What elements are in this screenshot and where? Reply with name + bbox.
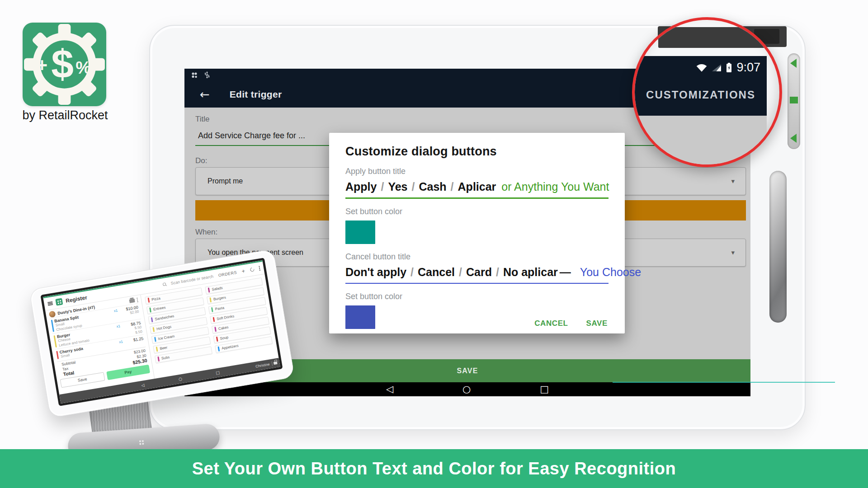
svg-text:$: $ bbox=[51, 41, 74, 86]
apply-option: Cash bbox=[419, 180, 446, 193]
print-icon[interactable] bbox=[129, 299, 135, 303]
decorative-teal-line bbox=[613, 382, 835, 383]
sync-icon[interactable] bbox=[249, 267, 255, 272]
groove-arrow-icon bbox=[790, 134, 797, 143]
byline: by RetailRocket bbox=[13, 108, 118, 122]
add-item-button[interactable]: + bbox=[241, 268, 245, 273]
pos-nav-recents[interactable]: □ bbox=[216, 370, 220, 375]
category-label: Entrees bbox=[153, 305, 166, 311]
category-label: Burgers bbox=[213, 296, 226, 302]
overflow-menu-icon[interactable] bbox=[259, 267, 260, 269]
cancel-option: Cancel bbox=[418, 266, 455, 278]
category-label: Soup bbox=[220, 335, 229, 341]
category-color bbox=[156, 347, 158, 352]
category-color bbox=[213, 317, 215, 322]
caption-text: Set Your Own Button Text and Color for E… bbox=[192, 459, 676, 479]
cancel-title-input[interactable]: Don't apply/Cancel/Card/No aplicar—You C… bbox=[345, 266, 609, 279]
category-color bbox=[152, 327, 155, 332]
title-field-label: Title bbox=[195, 115, 210, 124]
apply-option: Yes bbox=[388, 180, 407, 193]
divider bbox=[272, 361, 273, 366]
apply-hint: or Anything You Want bbox=[501, 180, 609, 193]
magnified-status-icons: 9:07 bbox=[696, 61, 760, 75]
usb-status-icon bbox=[203, 71, 211, 79]
category-color bbox=[209, 297, 212, 302]
category-color bbox=[214, 327, 217, 332]
cancel-hint: You Choose bbox=[580, 266, 641, 278]
category-color bbox=[216, 337, 218, 342]
category-color bbox=[157, 357, 160, 361]
dialog-title: Customize dialog buttons bbox=[345, 145, 609, 159]
tablet-swivel-groove bbox=[788, 53, 800, 149]
mod-price: $.50 bbox=[135, 329, 142, 335]
order-overflow-icon[interactable] bbox=[137, 299, 138, 300]
pos-device: Register Scan barcode or search ORDERS + bbox=[26, 253, 307, 465]
cancel-option: Card bbox=[466, 266, 492, 278]
category-color bbox=[208, 287, 210, 292]
apply-title-input[interactable]: Apply/Yes/Cash/Aplicaror Anything You Wa… bbox=[345, 180, 609, 193]
category-color bbox=[217, 347, 220, 352]
category-color bbox=[211, 307, 213, 312]
apply-color-label: Set button color bbox=[345, 207, 609, 216]
svg-text:+: + bbox=[37, 54, 47, 75]
cancel-option: No aplicar bbox=[503, 266, 558, 278]
apply-color-swatch[interactable] bbox=[345, 221, 375, 244]
orders-button[interactable]: ORDERS bbox=[218, 270, 237, 277]
category-label: Ice Cream bbox=[158, 334, 175, 341]
dialog-save-button[interactable]: SAVE bbox=[586, 319, 608, 328]
customize-dialog: Customize dialog buttons Apply button ti… bbox=[329, 133, 625, 333]
apply-option: Apply bbox=[345, 180, 377, 193]
title-field-input[interactable]: Add Service Charge fee for ... bbox=[198, 131, 305, 141]
category-column: Pizza Entrees Sandwiches Hot Dogs Ice Cr… bbox=[145, 287, 214, 375]
cancel-title-label: Cancel button title bbox=[345, 252, 609, 262]
category-label: Pizza bbox=[151, 296, 161, 302]
item-color-bar bbox=[53, 335, 57, 347]
tablet-card-slot bbox=[769, 171, 787, 323]
apply-input-underline bbox=[345, 197, 609, 199]
logged-in-user[interactable]: Christine bbox=[255, 362, 270, 368]
wifi-icon bbox=[696, 63, 708, 72]
pos-nav-back[interactable]: ◁ bbox=[141, 383, 145, 388]
separator: / bbox=[410, 266, 414, 278]
item-mod: Small bbox=[61, 353, 70, 359]
save-trigger-label: SAVE bbox=[457, 367, 478, 375]
separator: / bbox=[459, 266, 462, 278]
groove-arrow-icon bbox=[790, 59, 797, 68]
category-color bbox=[148, 298, 150, 303]
category-label: Salads bbox=[212, 286, 223, 291]
search-icon bbox=[162, 282, 166, 286]
nav-home-button[interactable]: ○ bbox=[462, 382, 471, 396]
category-label: Appetizers bbox=[222, 343, 239, 350]
magnified-status-area: 9:07 CUSTOMIZATIONS bbox=[635, 56, 767, 116]
category-color bbox=[154, 337, 156, 342]
category-label: Hot Dogs bbox=[156, 324, 171, 331]
item-color-bar bbox=[51, 320, 54, 332]
pos-nav-home[interactable]: ○ bbox=[178, 376, 182, 381]
nav-recents-button[interactable]: □ bbox=[540, 382, 549, 396]
cell-signal-icon bbox=[712, 64, 722, 72]
lock-icon[interactable] bbox=[274, 361, 278, 365]
do-section-label: Do: bbox=[195, 156, 207, 165]
separator: / bbox=[496, 266, 499, 278]
mod-price bbox=[139, 314, 140, 318]
cancel-color-swatch[interactable] bbox=[345, 305, 375, 329]
menu-icon[interactable] bbox=[47, 301, 52, 303]
category-label: Soft Drinks bbox=[217, 314, 235, 321]
clover-app-icon bbox=[55, 298, 63, 305]
dialog-cancel-button[interactable]: CANCEL bbox=[534, 319, 568, 328]
gear-dollar-icon: + $ % bbox=[23, 23, 106, 106]
nav-back-button[interactable]: ◁ bbox=[386, 382, 393, 396]
dialog-actions: CANCEL SAVE bbox=[534, 319, 608, 328]
category-label: Beer bbox=[160, 345, 168, 351]
back-arrow-icon[interactable]: ← bbox=[200, 88, 210, 101]
separator: / bbox=[381, 180, 384, 193]
chevron-down-icon: ▾ bbox=[731, 249, 735, 257]
pos-tablet-body: Register Scan barcode or search ORDERS + bbox=[29, 249, 295, 418]
magnifier-callout: 9:07 CUSTOMIZATIONS bbox=[632, 17, 782, 167]
clover-status-icon bbox=[191, 72, 198, 79]
category-label: Pasta bbox=[215, 306, 225, 311]
app-logo: + $ % bbox=[23, 23, 106, 106]
category-color bbox=[149, 307, 151, 312]
separator: / bbox=[451, 180, 454, 193]
customizations-menu-item[interactable]: CUSTOMIZATIONS bbox=[635, 89, 767, 101]
